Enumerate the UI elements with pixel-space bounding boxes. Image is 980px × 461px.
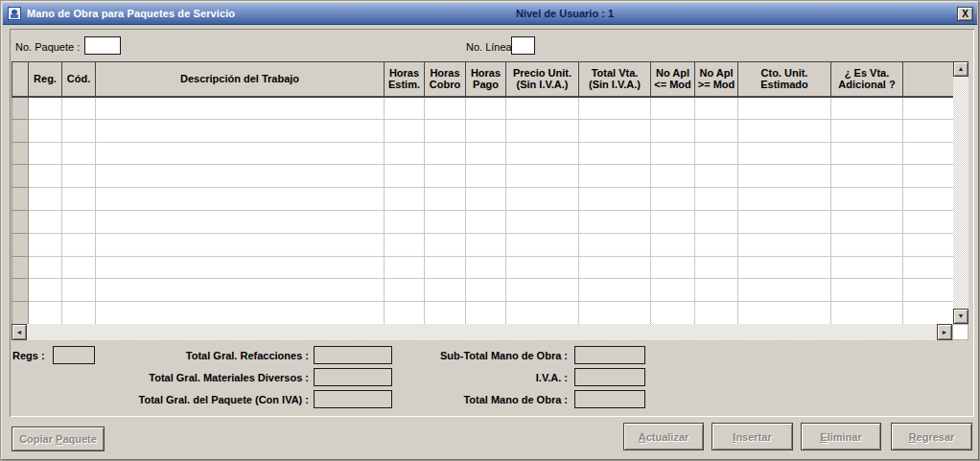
grid-cell[interactable] [579,210,651,233]
grid-cell[interactable] [29,210,62,233]
grid-cell[interactable] [903,97,954,120]
actualizar-button[interactable]: Actualizar [623,423,704,450]
grid-cell[interactable] [651,97,695,120]
grid-cell[interactable] [738,279,831,302]
grid-cell[interactable] [738,188,831,211]
grid-cell[interactable] [903,256,954,279]
grid-cell[interactable] [506,233,579,256]
scroll-left-icon[interactable]: ◄ [12,324,27,340]
grid-cell[interactable] [651,302,695,325]
grid-cell[interactable] [425,97,466,120]
grid-cell[interactable] [903,210,954,233]
grid-cell[interactable] [385,119,425,142]
grid-cell[interactable] [385,142,425,165]
grid-cell[interactable] [831,302,903,325]
grid-cell[interactable] [466,256,506,279]
grid-cell[interactable] [29,279,62,302]
no-linea-input[interactable] [511,36,535,55]
grid-cell[interactable] [903,302,954,325]
grid-cell[interactable] [738,97,831,120]
scroll-up-icon[interactable]: ▲ [953,61,968,77]
grid-cell[interactable] [738,233,831,256]
grid-cell[interactable] [425,233,466,256]
grid-cell[interactable] [579,142,651,165]
grid-cell[interactable] [62,302,96,325]
grid-cell[interactable] [425,302,466,325]
grid-cell[interactable] [385,188,425,211]
row-selector-cell[interactable] [12,97,29,120]
grid-cell[interactable] [579,279,651,302]
eliminar-button[interactable]: Eliminar [801,423,881,450]
grid-cell[interactable] [466,119,506,142]
grid-cell[interactable] [831,233,903,256]
grid-cell[interactable] [29,302,62,325]
grid-cell[interactable] [506,210,579,233]
grid-cell[interactable] [579,165,651,188]
grid-cell[interactable] [506,142,579,165]
grid-cell[interactable] [466,97,506,120]
grid-cell[interactable] [831,119,903,142]
grid-cell[interactable] [695,279,738,302]
grid-cell[interactable] [96,233,385,256]
grid-cell[interactable] [385,97,425,120]
grid-cell[interactable] [831,142,903,165]
grid-cell[interactable] [96,165,385,188]
grid-cell[interactable] [96,142,385,165]
grid-cell[interactable] [466,165,506,188]
grid-cell[interactable] [903,188,954,211]
row-selector-cell[interactable] [12,279,29,302]
grid-cell[interactable] [466,210,506,233]
no-paquete-input[interactable] [84,36,121,55]
grid-cell[interactable] [425,142,466,165]
row-selector-cell[interactable] [12,302,29,325]
grid-cell[interactable] [29,256,62,279]
row-selector-cell[interactable] [12,165,29,188]
grid-cell[interactable] [903,165,954,188]
row-selector-cell[interactable] [12,119,29,142]
grid-cell[interactable] [651,233,695,256]
grid-cell[interactable] [96,97,385,120]
grid-cell[interactable] [506,97,579,120]
grid-cell[interactable] [831,279,903,302]
grid-cell[interactable] [651,188,695,211]
grid-cell[interactable] [62,165,96,188]
grid-cell[interactable] [425,210,466,233]
scroll-right-icon[interactable]: ► [937,324,952,340]
row-selector-cell[interactable] [12,188,29,211]
grid-cell[interactable] [579,119,651,142]
grid-cell[interactable] [695,119,738,142]
grid-cell[interactable] [466,142,506,165]
grid-cell[interactable] [738,210,831,233]
grid-cell[interactable] [506,256,579,279]
grid-cell[interactable] [651,256,695,279]
grid-cell[interactable] [96,188,385,211]
grid-cell[interactable] [62,97,96,120]
grid-cell[interactable] [651,119,695,142]
grid-cell[interactable] [695,97,738,120]
grid-cell[interactable] [385,279,425,302]
grid-cell[interactable] [695,210,738,233]
grid-cell[interactable] [466,188,506,211]
regresar-button[interactable]: Regresar [891,423,972,450]
grid-cell[interactable] [29,142,62,165]
grid-cell[interactable] [651,142,695,165]
grid-cell[interactable] [695,165,738,188]
grid-cell[interactable] [831,97,903,120]
grid-cell[interactable] [385,256,425,279]
grid-cell[interactable] [96,210,385,233]
grid-cell[interactable] [651,210,695,233]
grid-cell[interactable] [29,119,62,142]
grid-cell[interactable] [96,302,385,325]
grid-cell[interactable] [903,119,954,142]
grid-cell[interactable] [738,119,831,142]
close-icon[interactable]: X [957,7,973,21]
grid-cell[interactable] [425,188,466,211]
grid-cell[interactable] [506,279,579,302]
row-selector-cell[interactable] [12,210,29,233]
grid-cell[interactable] [62,188,96,211]
grid-cell[interactable] [579,188,651,211]
grid-cell[interactable] [579,302,651,325]
grid-cell[interactable] [62,142,96,165]
grid-cell[interactable] [506,302,579,325]
grid-cell[interactable] [506,188,579,211]
